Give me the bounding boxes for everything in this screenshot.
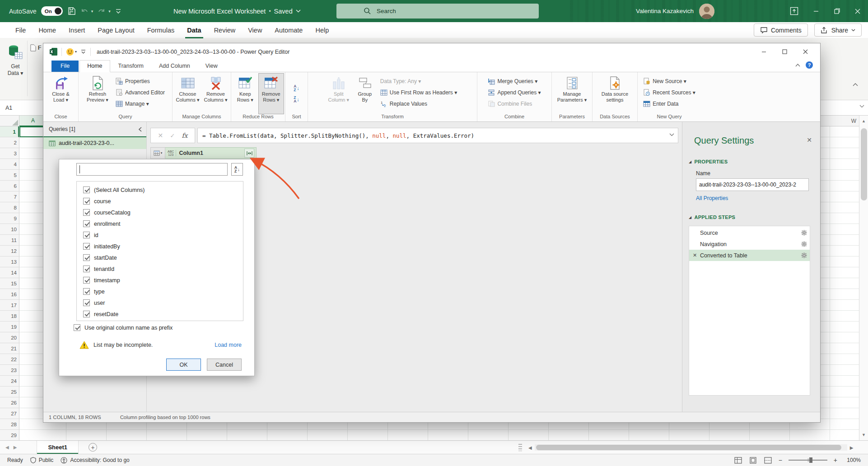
row-header[interactable]: 17 [0,300,19,311]
close-and-load-button[interactable]: Close &Load ▾ [47,74,75,114]
remove-rows-button[interactable]: RemoveRows ▾ [259,74,284,114]
feedback-smiley-icon[interactable] [66,48,74,56]
row-header[interactable]: 25 [0,387,19,397]
collapse-ribbon-icon[interactable] [853,83,858,86]
undo-icon[interactable] [80,8,89,15]
row-header[interactable]: 13 [0,256,19,267]
zoom-out-icon[interactable]: − [779,457,782,464]
checkbox-checked-icon[interactable] [83,311,90,317]
applied-step-row[interactable]: ✕ Navigation [689,238,810,250]
row-header[interactable]: 15 [0,278,19,289]
column-type-badge[interactable]: ABC123 [168,150,176,157]
sheet-tab[interactable]: Sheet1 [37,441,79,454]
scrollbar-splitter[interactable] [518,444,522,451]
enter-data-button[interactable]: Enter Data [640,98,698,109]
append-queries-button[interactable]: Append Queries ▾ [485,87,543,98]
pq-close-button[interactable] [795,43,816,60]
scroll-up-icon[interactable]: ▲ [859,116,868,126]
ribbon-tab[interactable]: File [9,23,32,37]
checkbox-checked-icon[interactable] [83,299,90,306]
profiling-info[interactable]: Column profiling based on top 1000 rows [120,415,210,420]
select-all-corner[interactable] [0,116,19,126]
pq-ribbon-tab[interactable]: Add Column [152,61,197,72]
checkbox-checked-icon[interactable] [83,266,90,272]
column-checkbox-row[interactable]: timestamp [77,275,243,286]
row-header[interactable]: 10 [0,224,19,235]
checkbox-checked-icon[interactable] [83,198,90,205]
row-header[interactable]: 20 [0,332,19,343]
row-header[interactable]: 29 [0,430,19,441]
vertical-scrollbar[interactable]: ▲ ▼ [859,116,868,440]
formula-cancel-icon[interactable]: ✕ [158,132,163,139]
hscroll-left-icon[interactable]: ◀ [526,445,535,450]
ribbon-tab[interactable]: Review [208,23,242,37]
redo-icon[interactable] [98,8,106,15]
column-checkbox-row[interactable]: enrollment [77,218,243,229]
ribbon-tab[interactable]: Automate [268,23,309,37]
delete-step-icon[interactable]: ✕ [693,252,700,258]
replace-values-button[interactable]: 12 Replace Values [378,98,460,109]
clipped-ribbon-button[interactable]: F [30,42,45,53]
sensitivity-label[interactable]: Public [30,457,54,463]
ok-button[interactable]: OK [166,359,201,371]
row-header[interactable]: 7 [0,191,19,202]
combine-files-button[interactable]: Combine Files [485,98,543,109]
data-source-settings-button[interactable]: Data sourcesettings [599,74,631,114]
query-settings-close-icon[interactable]: ✕ [807,136,812,144]
selected-cell-a1[interactable] [19,126,47,137]
avatar[interactable] [699,4,714,19]
applied-step-row[interactable]: ✕ Source [689,227,810,238]
ribbon-display-options-icon[interactable] [782,0,806,22]
use-first-row-as-headers-button[interactable]: Use First Row as Headers ▾ [378,87,460,98]
advanced-editor-button[interactable]: Advanced Editor [113,87,168,98]
row-header[interactable]: 9 [0,213,19,224]
column1-header[interactable]: ABC123 Column1 [165,147,257,159]
group-by-button[interactable]: GroupBy [353,74,377,114]
checkbox-checked-icon[interactable] [83,254,90,261]
normal-view-icon[interactable] [734,457,742,464]
properties-button[interactable]: Properties [113,75,168,87]
manage-parameters-button[interactable]: ManageParameters ▾ [557,74,587,114]
table-corner-menu[interactable]: ▾ [150,147,165,159]
formula-bar-input[interactable]: = Table.FromList(data, Splitter.SplitByN… [197,128,678,143]
sheet-next-icon[interactable]: ▶ [14,445,17,450]
scroll-down-icon[interactable]: ▼ [859,429,868,440]
zoom-level[interactable]: 100% [844,457,861,463]
checkbox-checked-icon[interactable] [83,277,90,284]
name-box[interactable]: A1 [0,100,43,115]
load-more-link[interactable]: Load more [215,342,242,348]
column-checkbox-row[interactable]: tenantId [77,263,243,275]
share-button[interactable]: Share [814,23,862,37]
split-column-button[interactable]: SplitColumn ▾ [325,74,352,114]
minimize-button[interactable] [806,0,826,22]
column-header-w[interactable]: W [849,116,859,126]
remove-columns-button[interactable]: RemoveColumns ▾ [202,74,229,114]
row-header[interactable]: 19 [0,322,19,332]
column-checkbox-row[interactable]: startDate [77,252,243,263]
column-checkbox-row[interactable]: courseCatalog [77,207,243,218]
column-checkbox-row[interactable]: resetDate [77,308,243,320]
new-source-button[interactable]: New Source ▾ [640,75,698,87]
row-header[interactable]: 12 [0,246,19,256]
row-header[interactable]: 27 [0,408,19,419]
zoom-thumb[interactable] [809,457,812,463]
checkbox-checked-icon[interactable] [83,209,90,216]
save-icon[interactable] [67,7,76,15]
step-settings-gear-icon[interactable] [801,230,807,236]
pq-maximize-button[interactable] [774,43,795,60]
help-icon[interactable]: ? [806,61,813,69]
ribbon-tab[interactable]: Data [181,23,207,37]
checkbox-checked-icon[interactable] [83,232,90,238]
zoom-in-icon[interactable]: + [834,457,837,464]
autosave-toggle[interactable]: On [41,6,63,16]
formula-bar-expand-icon[interactable] [859,105,864,108]
row-header[interactable]: 22 [0,354,19,365]
document-title[interactable]: New Microsoft Excel Worksheet • Saved [173,0,301,22]
checkbox-checked-icon[interactable] [83,288,90,295]
zoom-slider[interactable] [789,460,827,461]
ribbon-tab[interactable]: Help [309,23,335,37]
column-checkbox-row[interactable]: initiatedBy [77,241,243,252]
pq-ribbon-tab[interactable]: File [51,61,79,72]
column-header-a[interactable]: A [19,116,47,126]
all-properties-link[interactable]: All Properties [696,195,728,201]
